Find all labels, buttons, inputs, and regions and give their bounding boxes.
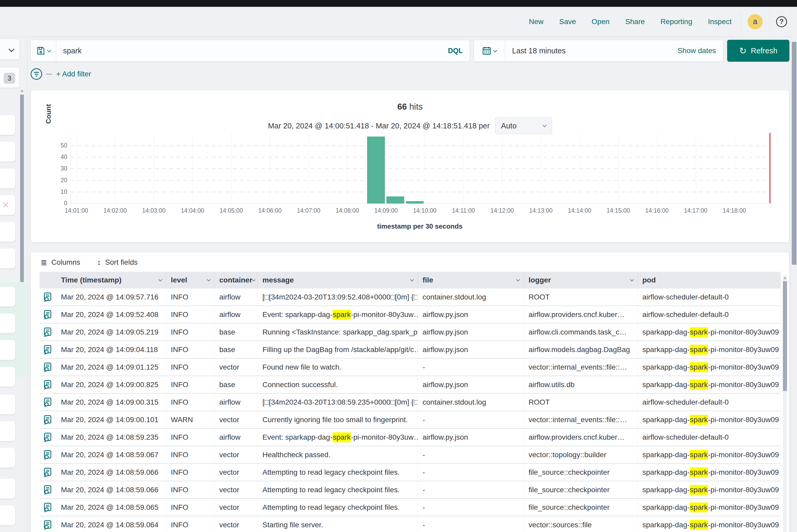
- histogram-bar[interactable]: [387, 196, 404, 204]
- refresh-icon: ↻: [739, 46, 747, 55]
- field-pill[interactable]: [0, 222, 15, 242]
- field-pill[interactable]: [0, 505, 15, 525]
- cell-time: Mar 20, 2024 @ 14:08:59.065: [56, 499, 166, 516]
- help-icon[interactable]: ?: [776, 16, 787, 27]
- documents-table-panel: ≣ Columns ↕ Sort fields Time (timestamp)…: [31, 252, 790, 532]
- field-pill[interactable]: [0, 287, 15, 306]
- field-pill[interactable]: [0, 340, 15, 360]
- nav-reporting[interactable]: Reporting: [661, 18, 692, 26]
- expand-document-button[interactable]: [39, 324, 56, 341]
- header-divider: [770, 10, 770, 34]
- cell-pod: sparkapp-dag-spark-pi-monitor-80y3uw09: [638, 446, 780, 464]
- cell-container: airflow: [215, 288, 258, 306]
- nav-share[interactable]: Share: [625, 18, 645, 26]
- time-range-value[interactable]: Last 18 minutes: [505, 46, 678, 55]
- filter-icon[interactable]: [31, 68, 42, 80]
- user-avatar[interactable]: a: [747, 14, 763, 29]
- expand-document-button[interactable]: [39, 376, 56, 394]
- field-pill[interactable]: [0, 395, 15, 414]
- nav-inspect[interactable]: Inspect: [708, 18, 731, 26]
- search-highlight: spark: [333, 432, 351, 442]
- expand-document-button[interactable]: [39, 516, 56, 532]
- column-header-file[interactable]: file: [418, 272, 524, 288]
- date-quick-select-button[interactable]: [474, 40, 505, 61]
- x-tick-label: 14:14:00: [560, 207, 599, 214]
- field-pill[interactable]: [0, 142, 15, 162]
- page-scrollbar[interactable]: [791, 7, 797, 532]
- table-scrollbar[interactable]: [783, 276, 787, 532]
- sidebar-collapse-button[interactable]: [0, 39, 20, 60]
- expand-document-button[interactable]: [39, 464, 56, 481]
- cell-file: airflow.py.json: [418, 324, 524, 341]
- expand-document-button[interactable]: [39, 306, 56, 324]
- page-scrollbar-thumb[interactable]: [792, 42, 796, 265]
- cell-file: -: [418, 446, 524, 464]
- search-highlight: spark: [690, 450, 708, 460]
- cell-file: airflow.py.json: [418, 341, 524, 359]
- saved-query-menu-button[interactable]: [31, 40, 56, 61]
- cell-logger: vector::sources::file: [524, 516, 638, 532]
- scroll-up-arrow-icon: [783, 277, 786, 279]
- hits-count: 66: [397, 102, 407, 111]
- expand-document-button[interactable]: [39, 359, 56, 376]
- refresh-button[interactable]: ↻ Refresh: [727, 40, 790, 62]
- histogram-bar[interactable]: [367, 136, 385, 204]
- field-pill[interactable]: [0, 314, 15, 333]
- expand-document-button[interactable]: [39, 341, 56, 359]
- range-row: Mar 20, 2024 @ 14:00:51.418 - Mar 20, 20…: [31, 117, 789, 134]
- field-pill[interactable]: [0, 367, 15, 386]
- cell-file: airflow.py.json: [418, 429, 524, 446]
- column-header-message[interactable]: message: [258, 272, 418, 288]
- cell-logger: ROOT: [524, 394, 638, 411]
- nav-new[interactable]: New: [529, 18, 543, 26]
- histogram-chart[interactable]: 14:01:0014:02:0014:03:0014:04:0014:05:00…: [31, 132, 789, 242]
- column-header-logger[interactable]: logger: [524, 272, 638, 288]
- cell-logger: vector::topology::builder: [524, 446, 638, 464]
- column-header-container[interactable]: container: [215, 272, 258, 288]
- expand-document-button[interactable]: [39, 411, 56, 429]
- field-pill[interactable]: [0, 168, 15, 188]
- inspect-document-icon: [44, 310, 52, 320]
- columns-button[interactable]: ≣ Columns: [40, 258, 80, 267]
- expand-document-button[interactable]: [39, 481, 56, 499]
- list-icon: ≣: [40, 258, 47, 267]
- field-pill[interactable]: [0, 421, 15, 441]
- column-header-pod[interactable]: pod: [638, 272, 780, 288]
- field-pill[interactable]: [0, 448, 15, 468]
- expand-document-button[interactable]: [39, 429, 56, 446]
- y-gridline: [70, 157, 769, 157]
- cell-container: vector: [215, 499, 258, 516]
- expand-document-button[interactable]: [39, 499, 56, 516]
- nav-save[interactable]: Save: [559, 18, 576, 26]
- field-pill[interactable]: [0, 195, 15, 215]
- calendar-icon: [482, 46, 491, 55]
- column-header-level[interactable]: level: [166, 272, 215, 288]
- filter-bar: + Add filter: [31, 68, 790, 80]
- interval-select[interactable]: Auto: [495, 117, 552, 134]
- column-header-label: pod: [642, 276, 656, 284]
- cell-message: Attempting to read legacy checkpoint fil…: [258, 464, 418, 481]
- field-pill[interactable]: [0, 479, 15, 498]
- show-dates-button[interactable]: Show dates: [678, 46, 716, 55]
- cell-level: INFO: [166, 394, 215, 411]
- x-tick-label: 14:15:00: [599, 207, 638, 214]
- histogram-bar[interactable]: [406, 201, 424, 204]
- query-language-button[interactable]: DQL: [448, 47, 463, 55]
- expand-document-button[interactable]: [39, 288, 56, 306]
- field-pill[interactable]: [0, 248, 15, 268]
- x-gridline: [76, 133, 77, 204]
- x-gridline: [425, 133, 425, 204]
- chevron-down-icon: [159, 278, 162, 281]
- nav-open[interactable]: Open: [592, 18, 610, 26]
- cell-message: Filling up the DagBag from /stackable/ap…: [258, 341, 418, 359]
- field-pill[interactable]: [0, 115, 15, 135]
- table-scrollbar-thumb[interactable]: [783, 281, 787, 391]
- expand-document-button[interactable]: [39, 394, 56, 411]
- sort-fields-button[interactable]: ↕ Sort fields: [97, 258, 138, 267]
- query-input[interactable]: spark: [56, 46, 448, 55]
- add-filter-button[interactable]: + Add filter: [56, 70, 91, 78]
- column-header-time-timestamp-[interactable]: Time (timestamp): [56, 272, 166, 288]
- x-gridline: [502, 133, 502, 204]
- remove-field-icon[interactable]: [2, 202, 9, 208]
- expand-document-button[interactable]: [39, 446, 56, 464]
